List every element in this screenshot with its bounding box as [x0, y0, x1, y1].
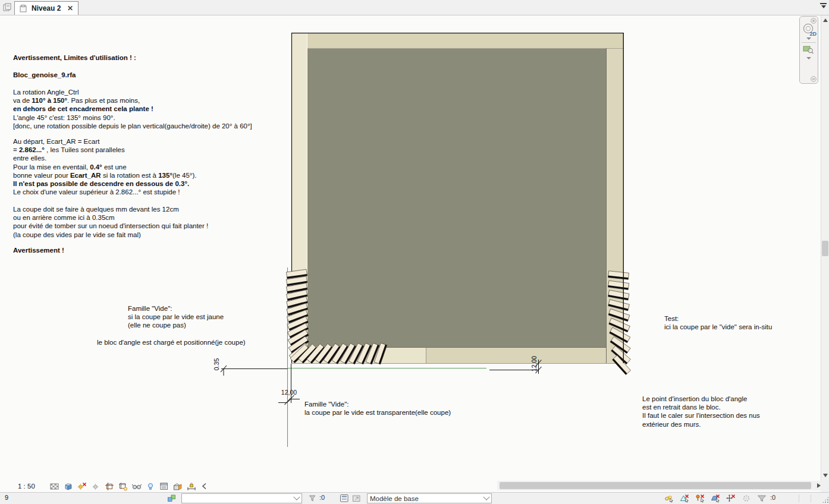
crop-view-icon[interactable]	[104, 481, 115, 491]
close-tab-icon[interactable]: ✕	[67, 5, 73, 12]
reveal-hidden-icon[interactable]	[131, 481, 142, 491]
design-option-select[interactable]: Modèle de base	[367, 493, 492, 503]
dimension-text-12-right[interactable]: 12,00	[530, 352, 538, 376]
tab-list-dropdown-icon[interactable]	[820, 3, 827, 9]
navigation-bar: 2D	[799, 16, 818, 84]
viewbar-collapse-icon[interactable]	[200, 482, 209, 490]
filter-icon[interactable]	[757, 494, 768, 503]
text-segment: est une	[102, 163, 127, 171]
warning-footer[interactable]: Avertissement !	[13, 246, 64, 254]
temporary-view-properties-icon[interactable]	[159, 481, 169, 491]
selection-filter-icon[interactable]	[308, 494, 319, 503]
text-segment: 0.4°	[90, 163, 102, 171]
sun-path-icon[interactable]	[77, 481, 87, 491]
select-underlay-icon[interactable]	[680, 494, 690, 503]
resize-grip[interactable]	[822, 497, 828, 503]
wheel-2d-label: 2D	[809, 31, 817, 37]
displaced-elements-icon[interactable]	[172, 481, 183, 491]
text-segment: . Pas plus et pas moins,	[67, 97, 140, 104]
plan-view-icon	[20, 5, 27, 12]
text-segment: (le 45°).	[172, 172, 196, 179]
text-segment: Le point d'insertion du bloc d'angle	[642, 395, 747, 402]
link-arrow-icon[interactable]	[352, 494, 363, 503]
reveal-constraints-icon[interactable]	[186, 481, 197, 491]
text-segment: le bloc d'angle est chargé et positionné…	[97, 339, 246, 346]
worksets-icon[interactable]	[167, 494, 178, 503]
detail-level-icon[interactable]	[49, 481, 60, 491]
text-segment: Ecart_AR	[70, 172, 101, 179]
text-segment: va de	[13, 97, 32, 104]
wall-top[interactable]	[307, 33, 623, 48]
text-segment: =	[13, 146, 19, 153]
ecart-note[interactable]: Au départ, Ecart_AR = Ecart= 2.862...° ,…	[13, 137, 196, 196]
room-interior[interactable]	[307, 48, 606, 347]
chevron-down-icon	[483, 493, 489, 500]
select-links-icon[interactable]	[664, 494, 675, 503]
text-segment: (elle ne coupe pas)	[128, 322, 186, 329]
horizontal-scrollbar[interactable]	[497, 481, 822, 490]
view-tab-bar: Niveau 2 ✕	[0, 0, 829, 15]
family-file-name[interactable]: Bloc_genoise_9.rfa	[13, 71, 76, 79]
text-segment: Il n'est pas possible de descendre en de…	[13, 180, 189, 187]
select-pinned-icon[interactable]	[695, 494, 706, 503]
vertical-scroll-thumb[interactable]	[822, 241, 828, 256]
tab-niveau-2[interactable]: Niveau 2 ✕	[14, 1, 78, 15]
text-segment: La rotation Angle_Ctrl	[13, 89, 79, 96]
vertical-scrollbar[interactable]	[821, 15, 829, 481]
text-segment: 2.862...°	[19, 146, 45, 153]
navbar-collapse-icon[interactable]	[811, 76, 817, 82]
selection-count: :0	[319, 494, 325, 501]
temporary-hide-isolate-icon[interactable]	[145, 481, 156, 491]
text-segment: Avertissement !	[13, 247, 64, 254]
text-segment: , les Tuiles sont paralleles	[45, 146, 125, 153]
horizontal-scroll-thumb[interactable]	[500, 482, 811, 489]
scale-button[interactable]: 1 : 50	[18, 483, 35, 490]
view-list-icon[interactable]	[3, 3, 12, 14]
drag-on-selection-icon[interactable]	[726, 494, 737, 503]
shadows-icon[interactable]	[90, 481, 101, 491]
text-segment: Bloc_genoise_9.rfa	[13, 71, 76, 78]
text-segment: Famille "Vide":	[304, 401, 348, 408]
coupe-note[interactable]: La coupe doit se faire à quelques mm dev…	[13, 205, 208, 239]
zoom-region-button[interactable]	[803, 45, 815, 55]
test-insitu-note[interactable]: Test:ici la coupe par le "vide" sera in-…	[664, 314, 772, 331]
bloc-angle-note[interactable]: le bloc d'angle est chargé et positionné…	[97, 338, 246, 346]
statusbar-separator	[799, 494, 799, 502]
text-segment: bonne valeur pour	[13, 172, 70, 179]
status-message: 9	[5, 494, 8, 501]
famille-vide-jaune-note[interactable]: Famille "Vide":si la coupe par le vide e…	[128, 304, 224, 330]
text-segment: Test:	[664, 315, 679, 322]
steering-wheel-2d-button[interactable]: 2D	[802, 23, 815, 35]
rotation-limits-note[interactable]: La rotation Angle_Ctrlva de 110° à 150°.…	[13, 88, 252, 130]
text-segment: Il faut le caler sur l'intersection des …	[642, 412, 760, 419]
text-segment: 135°	[158, 172, 172, 179]
properties-panel-icon[interactable]	[340, 494, 350, 503]
text-segment: est en retrait dans le bloc.	[642, 404, 721, 411]
text-segment: [donc, une rotation possible depuis le p…	[13, 122, 252, 130]
text-segment: Le choix d'une valeur supérieur à 2.862.…	[13, 188, 180, 196]
dimension-text-0-35[interactable]: 0.35	[213, 352, 220, 376]
workset-select[interactable]	[181, 493, 302, 503]
show-crop-icon[interactable]	[118, 481, 128, 491]
scroll-up-icon[interactable]	[823, 18, 828, 22]
famille-vide-transparente-note[interactable]: Famille "Vide":la coupe par le vide est …	[304, 400, 451, 417]
point-insertion-note[interactable]: Le point d'insertion du bloc d'angleest …	[642, 395, 760, 429]
text-segment: 110° à 150°	[32, 97, 67, 104]
text-segment: Famille "Vide":	[128, 305, 172, 312]
scroll-down-icon[interactable]	[823, 474, 828, 477]
text-segment: la coupe par le vide est transparente(el…	[304, 409, 451, 416]
wall-bottom[interactable]	[426, 347, 606, 363]
text-segment: extérieur des murs.	[642, 421, 701, 428]
wheel-options-chevron-icon[interactable]	[806, 37, 811, 40]
design-option-value: Modèle de base	[370, 495, 419, 502]
tab-label: Niveau 2	[32, 4, 61, 12]
gear-icon[interactable]	[742, 494, 752, 503]
text-segment: L'angle 45° c'est: 135° moins 90°.	[13, 114, 115, 121]
warning-title[interactable]: Avertissement, Limites d'utilisation ! :	[13, 53, 136, 62]
text-segment: entre elles.	[13, 155, 46, 162]
text-segment: (la coupe des vides par le vide se fait …	[13, 231, 141, 238]
dimension-text-12-bottom[interactable]: 12,00	[277, 389, 301, 396]
visual-style-icon[interactable]	[63, 481, 74, 491]
select-by-face-icon[interactable]	[711, 494, 721, 503]
zoom-options-chevron-icon[interactable]	[806, 57, 811, 59]
